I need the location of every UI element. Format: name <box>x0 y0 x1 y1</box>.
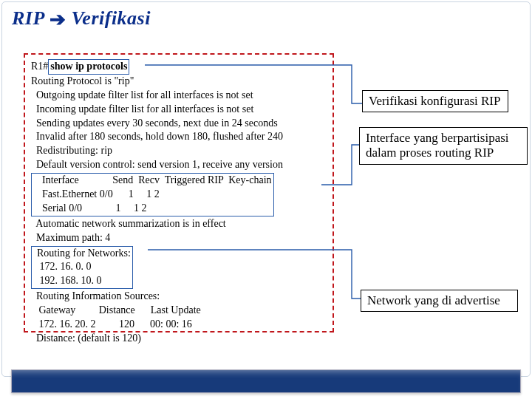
title-part1: RIP <box>12 7 44 29</box>
terminal-line: Fast.Ethernet 0/0 1 1 2 <box>32 188 272 202</box>
interface-block-highlight: Interface Send Recv Triggered RIP Key-ch… <box>31 173 274 216</box>
terminal-line: Gateway Distance Last Update <box>31 304 327 318</box>
terminal-line: Invalid after 180 seconds, hold down 180… <box>31 130 327 144</box>
title-part2: Verifikasi <box>71 7 151 29</box>
arrow-right-icon: ➔ <box>50 8 66 30</box>
command-highlight: show ip protocols <box>48 59 129 75</box>
terminal-line: Routing Protocol is "rip" <box>31 75 327 89</box>
terminal-line: Routing Information Sources: <box>31 290 327 304</box>
output-mid: Automatic network summarization is in ef… <box>31 217 327 245</box>
terminal-line: 172. 16. 0. 0 <box>32 260 131 274</box>
terminal-line: Incoming update filter list for all inte… <box>31 103 327 117</box>
terminal-line: Routing for Networks: <box>32 247 131 261</box>
terminal-line: Maximum path: 4 <box>31 231 327 245</box>
network-block-highlight: Routing for Networks: 172. 16. 0. 0 192.… <box>31 246 133 290</box>
prompt: R1# <box>31 61 48 72</box>
terminal-line: Outgoing update filter list for all inte… <box>31 89 327 103</box>
page-title: RIP ➔ Verifikasi <box>12 7 151 31</box>
command-line: R1#show ip protocols <box>31 59 327 75</box>
terminal-line: Default version control: send version 1,… <box>31 158 327 172</box>
terminal-line: Redistributing: rip <box>31 144 327 158</box>
annotation-config: Verifikasi konfigurasi RIP <box>362 90 508 112</box>
terminal-line: Serial 0/0 1 1 2 <box>32 202 272 216</box>
terminal-line: Interface Send Recv Triggered RIP Key-ch… <box>32 174 272 188</box>
output-post: Routing Information Sources: Gateway Dis… <box>31 290 327 346</box>
terminal-line: Automatic network summarization is in ef… <box>31 217 327 231</box>
terminal-line: 172. 16. 20. 2 120 00: 00: 16 <box>31 318 327 332</box>
annotation-network: Network yang di advertise <box>361 290 518 312</box>
annotation-interface: Interface yang berpartisipasi dalam pros… <box>359 127 528 165</box>
footer-bar <box>11 369 521 393</box>
terminal-output: R1#show ip protocols Routing Protocol is… <box>24 53 334 332</box>
terminal-line: 192. 168. 10. 0 <box>32 274 131 288</box>
terminal-line: Distance: (default is 120) <box>31 332 327 346</box>
output-pre: Routing Protocol is "rip" Outgoing updat… <box>31 75 327 172</box>
terminal-line: Sending updates every 30 seconds, next d… <box>31 117 327 131</box>
